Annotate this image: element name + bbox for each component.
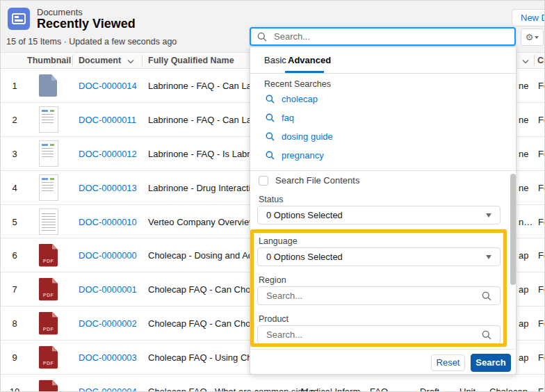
document-link[interactable]: DOC-0000011 [79, 114, 136, 124]
file-icon [39, 74, 57, 97]
product-search-input[interactable] [266, 329, 482, 340]
column-divider [534, 55, 535, 66]
region-label: Region [259, 275, 286, 285]
date-cell-fragment: Fe [538, 318, 545, 329]
document-link[interactable]: DOC-0000000 [79, 250, 137, 261]
row-number: 8 [6, 318, 23, 329]
search-file-contents-checkbox[interactable] [259, 176, 268, 186]
column-header-document[interactable]: Document [79, 56, 121, 65]
row-number: 3 [6, 148, 23, 158]
recent-search-text: faq [282, 113, 294, 123]
status-dropdown[interactable]: 0 Options Selected [257, 206, 501, 224]
document-thumbnail [39, 209, 58, 235]
search-button[interactable]: Search [471, 354, 511, 372]
product-label: Product [259, 314, 288, 324]
pdf-icon-label: PDF [39, 293, 58, 297]
document-link[interactable]: DOC-0000004 [79, 386, 137, 392]
pdf-icon-label: PDF [39, 259, 58, 263]
status-value: 0 Options Selected [266, 210, 486, 220]
product-cell-fragment: ap [519, 352, 528, 363]
date-cell-fragment: Fe [538, 216, 545, 227]
dropdown-arrow-icon [486, 213, 491, 218]
document-thumbnail [39, 140, 58, 167]
search-icon [266, 113, 275, 122]
recent-search-item[interactable]: faq [266, 113, 294, 123]
status-label: Status [259, 195, 283, 204]
document-link[interactable]: DOC-0000002 [79, 318, 137, 329]
column-header-thumbnail[interactable]: Thumbnail [27, 56, 71, 65]
search-icon [482, 330, 491, 340]
product-search-field[interactable] [257, 325, 501, 344]
document-link[interactable]: DOC-0000013 [79, 182, 137, 193]
list-settings-button[interactable]: ⚙ [521, 28, 544, 46]
search-input[interactable] [272, 31, 514, 42]
search-icon [266, 151, 275, 160]
row-number: 5 [6, 216, 23, 227]
product-cell-fragment: n… [519, 216, 532, 227]
row-number: 4 [6, 182, 23, 193]
dropdown-arrow-icon [486, 255, 491, 259]
row-number: 9 [6, 352, 23, 363]
column-divider [142, 55, 143, 66]
recent-search-text: dosing guide [282, 131, 333, 142]
gear-icon: ⚙ [526, 33, 534, 42]
pdf-icon-label: PDF [39, 327, 58, 332]
footer-divider [250, 349, 516, 350]
row-number: 1 [6, 80, 23, 90]
document-link[interactable]: DOC-0000003 [79, 352, 137, 363]
reset-button[interactable]: Reset [431, 354, 465, 371]
tab-advanced[interactable]: Advanced [288, 55, 331, 65]
document-thumbnail [39, 174, 58, 201]
product-cell-fragment: ne [519, 182, 528, 193]
column-divider [72, 55, 73, 66]
document-glyph-icon [12, 13, 26, 24]
chevron-down-icon[interactable] [522, 56, 529, 66]
column-header-fqn[interactable]: Fully Qualified Name [148, 56, 234, 65]
documents-object-icon [8, 8, 30, 30]
product-cell-fragment: ap [519, 250, 528, 261]
pdf-icon: PDF [39, 244, 58, 267]
document-thumbnail [39, 106, 58, 133]
pdf-icon: PDF [39, 380, 58, 392]
pdf-icon: PDF [39, 278, 58, 301]
file-contents-row[interactable]: Search File Contents [259, 175, 359, 186]
recent-search-item[interactable]: cholecap [266, 94, 318, 104]
page-title: Recently Viewed [37, 17, 136, 31]
document-link[interactable]: DOC-0000014 [79, 80, 137, 90]
data-cell: Medical Inform… [301, 386, 369, 392]
recent-search-text: pregnancy [282, 150, 324, 161]
pdf-icon-label: PDF [39, 361, 58, 366]
product-cell-fragment: ne [519, 80, 528, 90]
global-search[interactable] [250, 27, 516, 46]
product-cell-fragment: ap [519, 318, 528, 329]
date-cell-fragment: Fe [538, 386, 545, 392]
data-cell: Draft [420, 386, 439, 392]
new-document-button[interactable]: New Do [512, 9, 545, 26]
panel-scrollbar[interactable] [510, 174, 516, 285]
column-header-created[interactable]: Cr [537, 56, 545, 65]
row-number: 7 [6, 284, 23, 295]
recent-search-item[interactable]: pregnancy [266, 150, 324, 161]
search-icon [266, 95, 275, 104]
product-cell-fragment: ne [519, 114, 528, 124]
search-icon [257, 32, 267, 42]
tab-basic[interactable]: Basic [264, 55, 286, 65]
recent-search-item[interactable]: dosing guide [266, 131, 333, 142]
document-link[interactable]: DOC-0000010 [79, 216, 137, 227]
region-search-input[interactable] [266, 291, 482, 301]
data-cell: Cholecap [489, 386, 528, 392]
region-search-field[interactable] [257, 286, 501, 305]
document-link[interactable]: DOC-0000012 [79, 148, 137, 158]
recent-search-text: cholecap [282, 94, 318, 104]
document-link[interactable]: DOC-0000001 [79, 284, 137, 295]
pdf-icon: PDF [39, 312, 58, 335]
search-tabs: Basic Advanced [250, 47, 516, 74]
row-number: 10 [6, 386, 23, 392]
language-dropdown[interactable]: 0 Options Selected [257, 247, 501, 266]
recent-searches-label: Recent Searches [264, 79, 331, 89]
panel-divider [250, 170, 516, 171]
chevron-down-icon[interactable] [127, 56, 134, 66]
documents-list-view: Documents Recently Viewed 15 of 15 Items… [0, 0, 545, 392]
object-label: Documents [37, 7, 83, 17]
active-tab-underline [285, 71, 324, 73]
